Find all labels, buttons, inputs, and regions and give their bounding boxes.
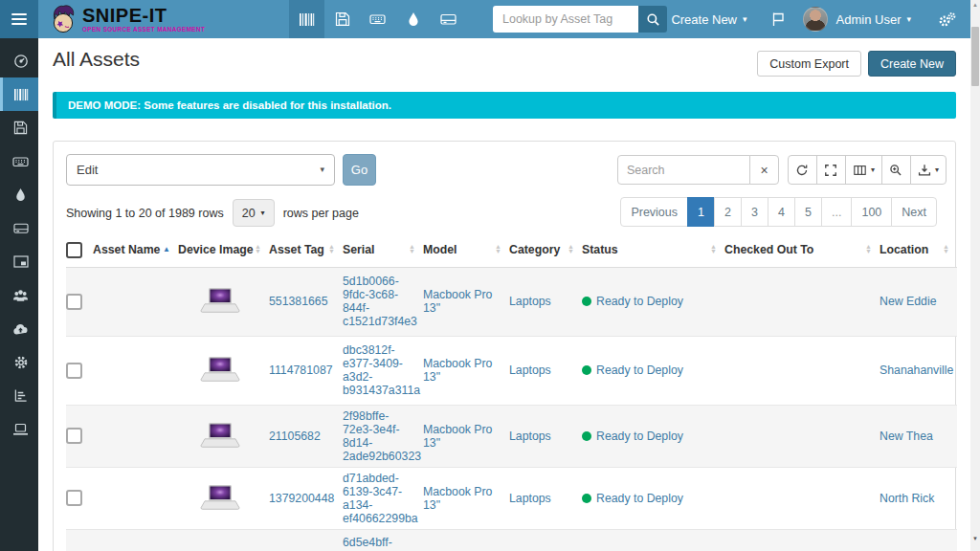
asset-tag-search-button[interactable] — [638, 6, 667, 33]
location-link[interactable]: North Rick — [880, 492, 934, 505]
sort-icon[interactable]: ▲▼ — [495, 246, 501, 254]
sidebar-toggle-button[interactable] — [0, 0, 38, 38]
device-image[interactable] — [198, 287, 242, 316]
model-link[interactable]: Macbook Pro 13" — [423, 357, 492, 384]
sidebar-item-dashboard[interactable] — [0, 44, 38, 77]
category-link[interactable]: Laptops — [509, 492, 551, 505]
serial-link[interactable]: dbc3812f-e377-3409-a3d2-b931437a311a — [343, 343, 420, 397]
fullscreen-button[interactable] — [816, 155, 846, 185]
column-header-status[interactable]: Status ▲▼ — [582, 233, 724, 267]
user-menu-dropdown[interactable]: Admin User ▾ — [836, 12, 911, 27]
sidebar-item-consumables[interactable] — [0, 178, 38, 211]
asset-tag-lookup-input[interactable] — [493, 6, 638, 33]
pagination-page-4[interactable]: 4 — [768, 197, 795, 227]
sort-asc-icon[interactable]: ▲ — [163, 246, 170, 253]
bulk-action-select[interactable]: Edit ▾ — [66, 154, 335, 186]
column-header-category[interactable]: Category ▲▼ — [509, 233, 582, 267]
rows-per-page-select[interactable]: 20 ▾ — [233, 199, 275, 227]
flag-icon[interactable] — [770, 11, 786, 27]
location-link[interactable]: New Eddie — [880, 295, 936, 308]
category-link[interactable]: Laptops — [509, 295, 551, 308]
columns-button[interactable]: ▾ — [845, 155, 882, 185]
location-link[interactable]: New Thea — [880, 430, 933, 443]
row-checkbox[interactable] — [66, 490, 82, 506]
custom-export-button[interactable]: Custom Export — [757, 51, 861, 77]
keyboard-icon[interactable] — [360, 0, 395, 38]
pagination-page-3[interactable]: 3 — [741, 197, 768, 227]
status-link[interactable]: Ready to Deploy — [596, 295, 683, 308]
zoom-in-button[interactable] — [881, 155, 911, 185]
status-link[interactable]: Ready to Deploy — [596, 430, 683, 443]
sidebar-item-settings[interactable] — [0, 345, 38, 379]
page-scrollbar[interactable]: ▲ ▼ — [970, 0, 980, 551]
asset-tag-link[interactable]: 1114781087 — [269, 364, 333, 377]
device-image[interactable] — [198, 356, 242, 385]
sidebar-item-reports[interactable] — [0, 379, 38, 412]
row-checkbox[interactable] — [66, 428, 82, 444]
category-link[interactable]: Laptops — [509, 430, 551, 443]
scroll-down-arrow-icon[interactable]: ▼ — [970, 536, 980, 547]
pagination-page-2[interactable]: 2 — [714, 197, 742, 227]
model-link[interactable]: Macbook Pro 13" — [423, 423, 492, 450]
sidebar-item-kits[interactable] — [0, 245, 38, 278]
serial-link[interactable]: d71abded-6139-3c47-a134-ef40662299ba — [343, 472, 418, 525]
brand-logo[interactable]: SNIPE-IT OPEN SOURCE ASSET MANAGEMENT — [48, 3, 276, 35]
pagination-page-5[interactable]: 5 — [794, 197, 822, 227]
sidebar-item-licenses[interactable] — [0, 111, 38, 144]
clear-search-button[interactable]: × — [749, 155, 779, 185]
settings-gears-icon[interactable] — [938, 11, 957, 28]
sort-icon[interactable]: ▲▼ — [710, 246, 717, 254]
pagination-ellipsis[interactable]: ... — [821, 197, 852, 227]
card-icon[interactable] — [431, 0, 466, 38]
pagination-previous[interactable]: Previous — [620, 197, 688, 227]
sort-icon[interactable]: ▲▼ — [943, 246, 949, 254]
sidebar-item-requestable[interactable] — [0, 412, 38, 446]
column-header-model[interactable]: Model ▲▼ — [423, 233, 509, 267]
location-link[interactable]: Shanahanville — [880, 364, 953, 377]
scroll-up-arrow-icon[interactable]: ▲ — [970, 2, 980, 13]
column-header-checked-out-to[interactable]: Checked Out To ▲▼ — [724, 233, 880, 267]
serial-link[interactable]: 5d1b0066-9fdc-3c68-844f-c1521d73f4e3 — [343, 275, 417, 328]
category-link[interactable]: Laptops — [509, 364, 551, 377]
sidebar-item-accessories[interactable] — [0, 144, 38, 178]
asset-tag-link[interactable]: 1379200448 — [269, 492, 334, 505]
row-checkbox[interactable] — [66, 363, 82, 379]
select-all-checkbox[interactable] — [66, 242, 82, 258]
pagination-next[interactable]: Next — [891, 197, 937, 227]
row-checkbox[interactable] — [66, 294, 82, 310]
sort-icon[interactable]: ▲▼ — [409, 246, 415, 254]
refresh-button[interactable] — [788, 155, 817, 185]
pagination-page-100[interactable]: 100 — [851, 197, 892, 227]
device-image[interactable] — [198, 422, 242, 451]
column-header-location[interactable]: Location ▲▼ — [880, 233, 957, 267]
floppy-icon[interactable] — [324, 0, 360, 38]
sidebar-item-components[interactable] — [0, 211, 38, 245]
pagination-page-1[interactable]: 1 — [687, 197, 715, 227]
asset-tag-link[interactable]: 21105682 — [269, 430, 321, 443]
user-avatar[interactable] — [803, 7, 828, 32]
create-new-dropdown[interactable]: Create New ▾ — [671, 12, 746, 27]
column-header-serial[interactable]: Serial ▲▼ — [343, 233, 423, 267]
create-new-button[interactable]: Create New — [868, 51, 956, 77]
model-link[interactable]: Macbook Pro 13" — [423, 485, 492, 512]
device-image[interactable] — [198, 484, 242, 513]
sidebar-item-people[interactable] — [0, 278, 38, 312]
barcode-icon[interactable] — [289, 0, 324, 38]
go-button[interactable]: Go — [343, 154, 376, 186]
sort-icon[interactable]: ▲▼ — [865, 246, 872, 254]
sidebar-item-assets[interactable] — [0, 77, 38, 111]
status-link[interactable]: Ready to Deploy — [596, 492, 683, 505]
sidebar-item-import[interactable] — [0, 312, 38, 345]
status-link[interactable]: Ready to Deploy — [596, 364, 683, 377]
sort-icon[interactable]: ▲▼ — [568, 246, 574, 254]
sort-icon[interactable]: ▲▼ — [328, 246, 335, 254]
column-header-asset-tag[interactable]: Asset Tag ▲▼ — [269, 233, 343, 267]
serial-link[interactable]: 2f98bffe-72e3-3e4f-8d14-2ade92b60323 — [343, 409, 421, 463]
column-header-device-image[interactable]: Device Image ▲▼ — [178, 233, 269, 267]
export-button[interactable]: ▾ — [910, 155, 947, 185]
sort-icon[interactable]: ▲▼ — [255, 246, 261, 254]
serial-link[interactable]: 6d5e4bff- — [343, 536, 392, 549]
model-link[interactable]: Macbook Pro 13" — [423, 288, 492, 315]
column-header-asset-name[interactable]: Asset Name ▲ — [93, 233, 178, 267]
table-search-input[interactable] — [617, 155, 750, 185]
